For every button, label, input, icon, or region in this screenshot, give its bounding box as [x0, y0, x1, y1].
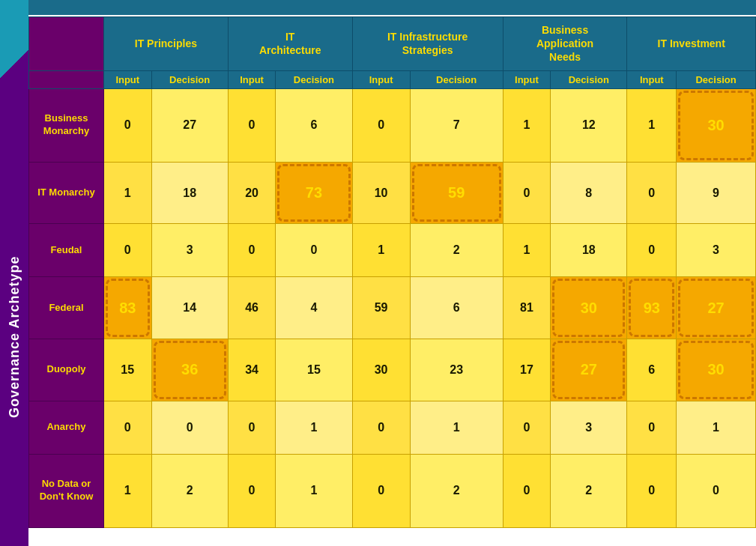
data-cell: 6 — [276, 88, 352, 162]
data-cell: 6 — [410, 277, 503, 339]
row-label-1: IT Monarchy — [29, 162, 104, 224]
sub-header-input-4: Input — [503, 70, 551, 88]
data-cell: 1 — [276, 401, 352, 454]
data-cell: 30 — [677, 88, 756, 162]
col-group-it-principles: IT Principles — [104, 17, 229, 71]
col-group-it-architecture: ITArchitecture — [228, 17, 352, 71]
sub-header-input-2: Input — [228, 70, 276, 88]
governance-archetype-label: Governance Archetype — [0, 127, 28, 546]
data-cell: 0 — [104, 224, 152, 277]
data-cell: 0 — [627, 401, 677, 454]
data-cell: 0 — [627, 162, 677, 224]
data-cell: 1 — [352, 224, 410, 277]
data-cell: 8 — [551, 162, 627, 224]
data-cell: 36 — [151, 339, 228, 401]
data-cell: 2 — [551, 454, 627, 527]
data-cell: 1 — [627, 88, 677, 162]
sub-header-decision-3: Decision — [410, 70, 503, 88]
data-cell: 0 — [627, 224, 677, 277]
data-cell: 30 — [352, 339, 410, 401]
data-cell: 1 — [104, 162, 152, 224]
data-cell: 81 — [503, 277, 551, 339]
sub-header-input-1: Input — [104, 70, 152, 88]
data-cell: 4 — [276, 277, 352, 339]
data-cell: 27 — [677, 277, 756, 339]
data-cell: 83 — [104, 277, 152, 339]
corner-decoration — [0, 0, 28, 127]
data-cell: 0 — [352, 401, 410, 454]
table-row: Federal831446459681309327 — [29, 277, 756, 339]
data-cell: 9 — [677, 162, 756, 224]
data-cell: 2 — [151, 454, 228, 527]
data-cell: 10 — [352, 162, 410, 224]
table-row: Feudal03001211803 — [29, 224, 756, 277]
data-cell: 17 — [503, 339, 551, 401]
data-cell: 0 — [503, 401, 551, 454]
row-label-4: Duopoly — [29, 339, 104, 401]
table-row: Anarchy0001010301 — [29, 401, 756, 454]
data-cell: 3 — [677, 224, 756, 277]
row-label-6: No Data or Don't Know — [29, 454, 104, 527]
data-cell: 46 — [228, 277, 276, 339]
col-group-business-application: BusinessApplicationNeeds — [503, 17, 627, 71]
data-cell: 30 — [551, 277, 627, 339]
data-cell: 0 — [627, 454, 677, 527]
row-label-5: Anarchy — [29, 401, 104, 454]
sub-header-decision-2: Decision — [276, 70, 352, 88]
data-cell: 0 — [104, 88, 152, 162]
data-cell: 7 — [410, 88, 503, 162]
data-cell: 0 — [677, 454, 756, 527]
data-cell: 1 — [503, 88, 551, 162]
data-cell: 1 — [503, 224, 551, 277]
decision-domain-header — [28, 0, 756, 16]
data-cell: 3 — [151, 224, 228, 277]
data-cell: 1 — [104, 454, 152, 527]
data-cell: 0 — [228, 454, 276, 527]
row-label-spacer — [29, 17, 104, 71]
data-cell: 73 — [276, 162, 352, 224]
sub-header-spacer — [29, 70, 104, 88]
data-cell: 0 — [151, 401, 228, 454]
row-label-0: Business Monarchy — [29, 88, 104, 162]
row-label-3: Federal — [29, 277, 104, 339]
data-cell: 1 — [410, 401, 503, 454]
col-group-row: IT Principles ITArchitecture IT Infrastr… — [29, 17, 756, 71]
data-cell: 6 — [627, 339, 677, 401]
data-cell: 0 — [352, 88, 410, 162]
data-cell: 27 — [151, 88, 228, 162]
data-cell: 2 — [410, 224, 503, 277]
data-cell: 0 — [503, 162, 551, 224]
data-cell: 14 — [151, 277, 228, 339]
data-cell: 59 — [352, 277, 410, 339]
data-cell: 59 — [410, 162, 503, 224]
sub-header-input-3: Input — [352, 70, 410, 88]
data-cell: 34 — [228, 339, 276, 401]
row-label-2: Feudal — [29, 224, 104, 277]
sub-header-decision-1: Decision — [151, 70, 228, 88]
data-cell: 20 — [228, 162, 276, 224]
data-cell: 93 — [627, 277, 677, 339]
data-cell: 27 — [551, 339, 627, 401]
data-cell: 23 — [410, 339, 503, 401]
table-row: Business Monarchy0270607112130 — [29, 88, 756, 162]
data-cell: 1 — [677, 401, 756, 454]
data-cell: 0 — [503, 454, 551, 527]
data-cell: 30 — [677, 339, 756, 401]
table-row: Duopoly1536341530231727630 — [29, 339, 756, 401]
data-cell: 0 — [104, 401, 152, 454]
col-group-it-investment: IT Investment — [627, 17, 756, 71]
table-row: IT Monarchy118207310590809 — [29, 162, 756, 224]
data-cell: 0 — [228, 224, 276, 277]
data-cell: 15 — [104, 339, 152, 401]
sub-header-decision-5: Decision — [677, 70, 756, 88]
data-cell: 12 — [551, 88, 627, 162]
data-cell: 15 — [276, 339, 352, 401]
sub-header-input-5: Input — [627, 70, 677, 88]
data-cell: 1 — [276, 454, 352, 527]
table-row: No Data or Don't Know1201020200 — [29, 454, 756, 527]
data-cell: 2 — [410, 454, 503, 527]
data-cell: 3 — [551, 401, 627, 454]
data-cell: 18 — [151, 162, 228, 224]
data-cell: 0 — [228, 401, 276, 454]
data-table: IT Principles ITArchitecture IT Infrastr… — [28, 16, 756, 528]
